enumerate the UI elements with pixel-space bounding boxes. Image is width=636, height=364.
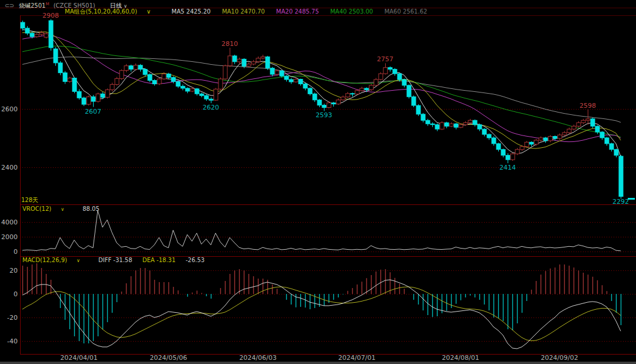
candle-body: [143, 70, 147, 75]
candle-body: [124, 66, 128, 71]
candle-body: [619, 156, 623, 196]
vroc-indicator-selector[interactable]: VROC(12)∨: [22, 206, 72, 212]
candle-body: [449, 124, 453, 126]
candle-body: [148, 75, 152, 81]
candle-body: [393, 70, 397, 74]
candle-body: [308, 88, 312, 94]
candle-body: [77, 91, 81, 98]
candle-body: [176, 82, 180, 87]
candle-body: [355, 91, 359, 94]
candle-body: [35, 34, 39, 37]
candle-body: [101, 94, 105, 97]
link-icon: ⊂⊃: [5, 2, 14, 9]
last-price-marker: [628, 198, 635, 200]
candle-body: [435, 125, 439, 129]
candle-body: [529, 142, 534, 144]
ma5-line: [22, 30, 621, 157]
candle-body: [525, 142, 529, 146]
candle-body: [365, 88, 369, 90]
candle-body: [162, 74, 166, 79]
candle-body: [195, 89, 199, 94]
visible-days-label: 128天: [21, 196, 38, 204]
candle-body: [299, 80, 303, 84]
ma20-value: MA20 2485.75: [276, 8, 319, 15]
candle-body: [445, 123, 449, 126]
candle-body: [58, 63, 62, 73]
price-annotation: 2593: [316, 111, 332, 119]
vroc-y-label: 4000: [1, 219, 18, 226]
candle-body: [82, 98, 86, 104]
candle-body: [600, 132, 604, 138]
candle-body: [49, 21, 53, 48]
macd-indicator-selector[interactable]: MACD(12,26,9)∨: [22, 257, 88, 263]
price-annotation: 2620: [203, 104, 219, 111]
candle-body: [383, 68, 387, 74]
candle-body: [487, 134, 491, 138]
candle-body: [303, 84, 307, 88]
candle-body: [223, 66, 227, 79]
price-annotation: 2757: [377, 55, 393, 63]
vroc-y-label: 2000: [1, 233, 18, 241]
candle-body: [190, 89, 194, 91]
candle-body: [39, 32, 44, 34]
candle-body: [426, 120, 430, 124]
candle-body: [214, 89, 218, 100]
candle-body: [496, 144, 501, 150]
chevron-down-icon[interactable]: ∨: [77, 258, 80, 263]
candle-body: [379, 74, 383, 80]
candle-body: [120, 71, 124, 79]
candle-body: [313, 94, 317, 100]
vroc-line: [22, 210, 621, 251]
candle-body: [256, 58, 260, 62]
candle-body: [506, 155, 510, 160]
x-axis-date-label: 2024/08/01: [442, 354, 479, 362]
candle-body: [63, 73, 67, 82]
x-axis-date-label: 2024/04/01: [60, 354, 97, 362]
ma-combo-selector[interactable]: MA组合(5,10,20,40,60,0)∨: [65, 8, 160, 15]
candle-body: [336, 100, 340, 104]
candle-body: [204, 95, 208, 99]
candle-body: [454, 124, 458, 127]
candle-body: [501, 150, 505, 155]
candle-body: [134, 65, 138, 70]
candle-body: [595, 126, 599, 132]
x-axis-date-label: 2024/09/02: [541, 354, 578, 362]
candle-body: [327, 103, 331, 108]
candle-body: [289, 80, 293, 82]
title-bar: ⊂⊃ 烧碱2501M (CZCE SH501) 日线∨: [5, 1, 127, 8]
x-axis-date-label: 2024/07/01: [338, 354, 375, 362]
candle-body: [567, 129, 571, 133]
macd-label-row: MACD(12,26,9)∨ DIFF -31.58 DEA -18.31 -2…: [22, 257, 213, 264]
macd-diff-line: [22, 280, 621, 349]
candle-body: [72, 78, 77, 92]
candle-body: [247, 64, 251, 67]
chevron-down-icon[interactable]: ∨: [147, 8, 151, 15]
candle-body: [515, 150, 519, 154]
candle-body: [577, 123, 581, 126]
ma60-value: MA60 2561.62: [385, 8, 428, 15]
candle-body: [242, 59, 246, 66]
candle-body: [346, 94, 350, 97]
candle-body: [558, 135, 562, 138]
candle-body: [341, 97, 345, 100]
candle-body: [266, 57, 270, 68]
candle-body: [44, 34, 48, 37]
candle-body: [492, 138, 496, 144]
candle-body: [54, 49, 58, 63]
candle-body: [374, 80, 378, 85]
price-annotation: 2598: [579, 102, 596, 110]
candle-body: [167, 74, 171, 78]
candle-body: [360, 88, 364, 91]
candle-body: [473, 120, 477, 124]
candle-body: [468, 120, 472, 123]
bottom-scrollbar[interactable]: [0, 362, 636, 364]
candle-body: [610, 144, 614, 150]
macd-y-label: 20: [9, 267, 18, 274]
candle-body: [534, 140, 538, 144]
candle-body: [478, 125, 482, 129]
candle-body: [586, 119, 590, 121]
candle-body: [280, 71, 284, 76]
chevron-down-icon[interactable]: ∨: [61, 207, 64, 212]
candle-body: [270, 68, 274, 74]
price-annotation: 2414: [499, 164, 516, 171]
